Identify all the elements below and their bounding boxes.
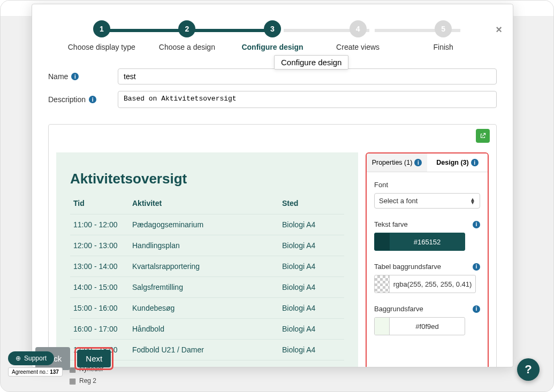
support-button[interactable]: ⊕ Support — [8, 351, 54, 365]
color-swatch — [375, 233, 390, 250]
color-swatch — [375, 318, 390, 335]
preview-container: Aktivitetsoversigt Tid Aktivitet Sted 11… — [48, 124, 497, 367]
info-icon[interactable]: i — [473, 305, 480, 313]
help-fab[interactable]: ? — [517, 358, 540, 381]
table-row: 12:00 - 13:00HandlingsplanBiologi A4 — [70, 235, 344, 256]
step-1[interactable]: 1 Choose display type — [59, 20, 145, 51]
step-4[interactable]: 4 Create views — [315, 20, 401, 51]
bg-color-label: Baggrundsfarve i — [374, 305, 480, 313]
wizard-modal: × 1 Choose display type 2 Choose a desig… — [32, 4, 513, 367]
description-label: Description i — [48, 95, 118, 104]
info-icon: i — [414, 159, 422, 166]
bg-list-item-2: ▦ Reg 2 — [69, 376, 96, 385]
agreement-badge: Agreement no.: 137 — [8, 367, 63, 376]
step-2[interactable]: 2 Choose a design — [145, 20, 230, 51]
info-icon[interactable]: i — [71, 73, 79, 80]
description-input[interactable]: Based on Aktivitetsoversigt — [118, 91, 497, 108]
next-button[interactable]: Next — [77, 350, 111, 367]
info-icon[interactable]: i — [89, 96, 96, 103]
step-tooltip: Configure design — [274, 55, 348, 70]
open-external-button[interactable] — [476, 129, 490, 143]
info-icon: i — [471, 159, 479, 166]
step-5[interactable]: 5 Finish — [400, 20, 486, 51]
tab-properties[interactable]: Properties (1) i — [367, 153, 427, 172]
text-color-label: Tekst farve i — [374, 220, 480, 228]
bg-color-picker[interactable]: #f0f9ed — [374, 317, 465, 335]
life-ring-icon: ⊕ — [16, 355, 21, 362]
table-row: 11:00 - 12:00PædagogseminariumBiologi A4 — [70, 214, 344, 235]
font-label: Font — [374, 181, 480, 189]
table-row: 13:00 - 14:00KvartalsrapporteringBiologi… — [70, 256, 344, 276]
calendar-icon: ▦ — [69, 376, 76, 385]
table-row: 15:00 - 16:00KundebesøgBiologi A4 — [70, 297, 344, 318]
step-3[interactable]: 3 Configure design — [230, 20, 315, 51]
table-bg-color-picker[interactable]: rgba(255, 255, 255, 0.41) — [374, 275, 476, 293]
next-highlight: Next — [74, 347, 113, 370]
design-settings-panel: Properties (1) i Design (3) i Font Sel — [366, 152, 489, 367]
info-icon[interactable]: i — [473, 221, 480, 228]
text-color-picker[interactable]: #165152 — [374, 233, 465, 251]
name-input[interactable] — [118, 68, 497, 84]
font-select[interactable]: Select a font ▲▼ — [374, 193, 480, 209]
info-icon[interactable]: i — [473, 263, 480, 271]
name-label: Name i — [48, 72, 118, 81]
table-bg-label: Tabel baggrundsfarve i — [374, 263, 480, 271]
sort-icon: ▲▼ — [470, 198, 475, 204]
wizard-stepper: 1 Choose display type 2 Choose a design … — [32, 4, 513, 57]
external-link-icon — [479, 132, 487, 140]
color-swatch — [375, 275, 390, 293]
table-header: Tid Aktivitet Sted — [70, 199, 344, 214]
design-preview: Aktivitetsoversigt Tid Aktivitet Sted 11… — [56, 152, 358, 367]
table-row: 16:00 - 17:00HåndboldBiologi A4 — [70, 318, 344, 339]
table-row: 14:00 - 15:00SalgsfremtillingBiologi A4 — [70, 276, 344, 297]
preview-title: Aktivitetsoversigt — [70, 171, 344, 187]
tab-design[interactable]: Design (3) i — [427, 153, 488, 172]
